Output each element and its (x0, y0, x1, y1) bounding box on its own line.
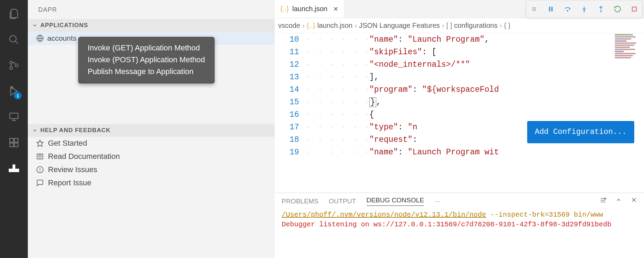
activity-extensions[interactable] (4, 133, 24, 152)
svg-point-31 (535, 9, 536, 10)
debug-badge: 1 (14, 92, 22, 99)
activity-dapr[interactable] (4, 159, 24, 178)
debug-pause-button[interactable] (546, 4, 556, 14)
debug-restart-button[interactable] (612, 4, 623, 14)
svg-point-26 (532, 7, 533, 8)
svg-rect-11 (10, 143, 14, 147)
activity-explorer[interactable] (4, 4, 24, 24)
svg-rect-35 (549, 7, 550, 11)
clear-console-icon[interactable] (599, 197, 606, 205)
panel-tab-output[interactable]: OUTPUT (329, 197, 356, 205)
line-number: 12 (275, 58, 306, 71)
close-icon[interactable]: ✕ (333, 5, 338, 13)
debug-console-output[interactable]: /Users/phoff/.nvm/versions/node/v12.13.1… (275, 209, 644, 258)
help-section-label: HELP AND FEEDBACK (40, 127, 111, 134)
debug-toolbar (526, 0, 643, 18)
breadcrumb-file[interactable]: launch.json (317, 22, 353, 30)
help-item-label: Get Started (48, 139, 87, 148)
add-configuration-button[interactable]: Add Configuration... (527, 121, 634, 143)
debug-step-into-button[interactable] (579, 4, 589, 14)
svg-point-3 (10, 67, 13, 70)
svg-marker-16 (37, 140, 43, 146)
line-number: 15 (275, 96, 306, 108)
activity-remote[interactable] (4, 107, 24, 127)
help-review-issues[interactable]: Review Issues (28, 163, 275, 176)
svg-point-37 (567, 10, 568, 11)
svg-rect-36 (552, 7, 553, 11)
svg-point-27 (534, 7, 535, 8)
activity-search[interactable] (4, 30, 24, 49)
remote-icon (8, 111, 19, 122)
sidebar-title: DAPR (28, 0, 275, 19)
breadcrumb-feature[interactable]: JSON Language Features (359, 22, 440, 30)
context-tooltip: Invoke (GET) Application Method Invoke (… (78, 37, 215, 83)
dapr-icon (9, 164, 19, 172)
object-icon[interactable]: { } (504, 22, 510, 30)
panel-tab-debug-console[interactable]: DEBUG CONSOLE (367, 196, 424, 206)
svg-rect-9 (10, 138, 14, 142)
tooltip-line: Invoke (POST) Application Method (88, 54, 205, 66)
svg-rect-42 (632, 7, 636, 11)
tooltip-line: Invoke (GET) Application Method (88, 42, 205, 54)
panel-tab-more[interactable]: ··· (434, 197, 440, 205)
info-icon (35, 165, 45, 174)
source-control-icon (8, 60, 19, 71)
collapse-panel-icon[interactable] (615, 197, 622, 205)
chevron-right-icon: › (442, 22, 444, 30)
globe-icon (35, 34, 45, 43)
files-icon (8, 8, 19, 19)
svg-point-2 (10, 61, 13, 64)
help-item-label: Review Issues (48, 165, 97, 174)
tab-label: launch.json (292, 5, 327, 13)
svg-rect-14 (13, 164, 15, 169)
breadcrumb-folder[interactable]: vscode (278, 22, 300, 30)
activity-source-control[interactable] (4, 56, 24, 75)
json-file-icon: {..} (280, 5, 289, 13)
svg-rect-10 (14, 138, 18, 142)
minimap[interactable] (613, 33, 643, 117)
debug-step-out-button[interactable] (596, 4, 606, 14)
panel-tab-problems[interactable]: PROBLEMS (282, 197, 319, 205)
debug-step-over-button[interactable] (562, 4, 573, 14)
bottom-panel: PROBLEMS OUTPUT DEBUG CONSOLE ··· /Users… (275, 193, 644, 258)
svg-point-4 (15, 64, 18, 67)
svg-point-34 (535, 10, 536, 11)
svg-rect-6 (10, 113, 18, 119)
code-editor[interactable]: 10· · · · · · · · "name": "Launch Progra… (275, 33, 644, 193)
breadcrumb-array[interactable]: configurations (454, 22, 498, 30)
star-icon (35, 139, 45, 148)
svg-rect-13 (9, 169, 19, 172)
line-number: 13 (275, 71, 306, 83)
help-get-started[interactable]: Get Started (28, 137, 275, 150)
console-line: Debugger listening on ws://127.0.0.1:315… (282, 220, 637, 229)
svg-point-25 (40, 171, 40, 171)
debug-drag-handle[interactable] (529, 4, 539, 14)
panel-tabs: PROBLEMS OUTPUT DEBUG CONSOLE ··· (275, 193, 644, 209)
tab-launch-json[interactable]: {..} launch.json ✕ (275, 0, 344, 18)
close-panel-icon[interactable] (631, 197, 637, 205)
svg-line-1 (15, 41, 18, 44)
breadcrumbs[interactable]: vscode › {..} launch.json › JSON Languag… (275, 18, 644, 33)
svg-point-29 (532, 9, 533, 10)
application-item-label: accounts (47, 34, 77, 42)
svg-point-33 (534, 10, 535, 11)
line-number: 17 (275, 121, 306, 134)
editor-tabs: {..} launch.json ✕ (275, 0, 644, 18)
chevron-right-icon: › (500, 22, 502, 30)
json-file-icon: {..} (307, 22, 315, 30)
comment-icon (35, 178, 45, 187)
chevron-down-icon (31, 23, 38, 28)
svg-point-30 (534, 9, 535, 10)
chevron-down-icon (31, 128, 38, 133)
svg-rect-12 (14, 143, 18, 147)
activity-debug[interactable]: 1 (4, 81, 24, 101)
help-section-header[interactable]: HELP AND FEEDBACK (28, 124, 275, 137)
svg-point-41 (601, 11, 602, 11)
search-icon (8, 34, 19, 45)
help-read-docs[interactable]: Read Documentation (28, 150, 275, 163)
help-report-issue[interactable]: Report Issue (28, 176, 275, 190)
applications-section-header[interactable]: APPLICATIONS (28, 19, 275, 32)
svg-point-32 (532, 10, 533, 11)
help-item-label: Report Issue (48, 178, 91, 187)
debug-stop-button[interactable] (629, 4, 639, 14)
